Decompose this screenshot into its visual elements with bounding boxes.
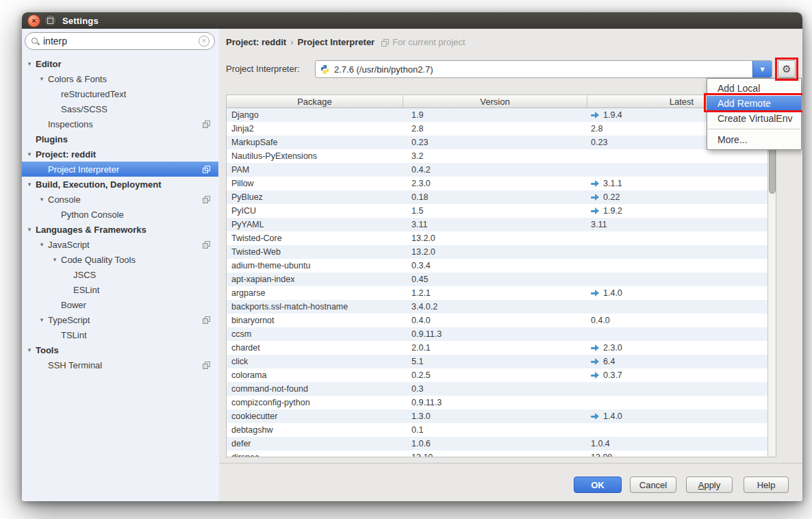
- upgrade-arrow-icon: [591, 207, 600, 214]
- package-latest: 3.11: [587, 220, 776, 229]
- ok-button[interactable]: OK: [574, 477, 622, 493]
- package-latest: 1.4.0: [587, 412, 776, 421]
- sidebar-item-ssh-terminal[interactable]: ▾SSH Terminal: [22, 357, 218, 372]
- expand-triangle-icon[interactable]: ▾: [25, 226, 34, 233]
- sidebar-item-build-execution-deployment[interactable]: ▾Build, Execution, Deployment: [22, 177, 218, 192]
- menu-item-add-local[interactable]: Add Local: [707, 81, 801, 96]
- table-row-dirspec[interactable]: dirspec13.1013.08: [227, 451, 776, 457]
- sidebar-item-label: Tools: [36, 345, 59, 355]
- expand-triangle-icon[interactable]: ▾: [25, 151, 34, 157]
- expand-triangle-icon[interactable]: ▾: [25, 181, 34, 188]
- sidebar-item-eslint[interactable]: ▾ESLint: [22, 282, 218, 297]
- sidebar-item-editor[interactable]: ▾Editor: [22, 56, 218, 71]
- sidebar-item-tools[interactable]: ▾Tools: [22, 342, 218, 357]
- sidebar-item-languages-frameworks[interactable]: ▾Languages & Frameworks: [22, 222, 218, 237]
- package-version: 0.9.11.3: [403, 398, 587, 407]
- menu-item-add-remote[interactable]: Add Remote: [707, 96, 801, 111]
- expand-triangle-icon[interactable]: ▾: [51, 256, 59, 263]
- sidebar-item-label: Sass/SCSS: [61, 104, 107, 114]
- sidebar-item-code-quality-tools[interactable]: ▾Code Quality Tools: [22, 252, 218, 267]
- column-header-package[interactable]: Package: [227, 95, 403, 107]
- table-row-binaryornot[interactable]: binaryornot0.4.00.4.0: [227, 314, 776, 327]
- expand-triangle-icon[interactable]: ▾: [38, 316, 46, 323]
- table-row-adium-theme-ubuntu[interactable]: adium-theme-ubuntu0.3.4: [227, 259, 776, 273]
- expand-triangle-icon[interactable]: ▾: [38, 196, 46, 203]
- table-row-django[interactable]: Django1.91.9.4: [227, 108, 776, 122]
- table-row-ccsm[interactable]: ccsm0.9.11.3: [227, 327, 776, 341]
- sidebar-item-plugins[interactable]: ▾Plugins: [22, 131, 218, 147]
- table-row-pyyaml[interactable]: PyYAML3.113.11: [227, 218, 776, 231]
- sidebar-item-console[interactable]: ▾Console: [22, 192, 218, 207]
- expand-triangle-icon[interactable]: ▾: [38, 241, 46, 248]
- package-latest: 1.0.4: [587, 439, 776, 448]
- expand-triangle-icon[interactable]: ▾: [38, 75, 46, 82]
- package-version: 0.18: [403, 192, 587, 202]
- table-row-cookiecutter[interactable]: cookiecutter1.3.01.4.0: [227, 409, 776, 423]
- sidebar-item-label: Code Quality Tools: [61, 255, 136, 265]
- sidebar-item-label: TSLint: [61, 330, 87, 340]
- table-row-compizconfig-python[interactable]: compizconfig-python0.9.11.3: [227, 396, 776, 409]
- sidebar-item-tslint[interactable]: ▾TSLint: [22, 327, 218, 342]
- table-row-pam[interactable]: PAM0.4.2: [227, 163, 776, 177]
- table-row-chardet[interactable]: chardet2.0.12.3.0: [227, 341, 776, 355]
- menu-item-more[interactable]: More...: [707, 132, 801, 147]
- table-row-markupsafe[interactable]: MarkupSafe0.230.23: [227, 136, 776, 149]
- restore-icon: [47, 18, 53, 24]
- sidebar-item-colors-fonts[interactable]: ▾Colors & Fonts: [22, 71, 218, 86]
- table-row-argparse[interactable]: argparse1.2.11.4.0: [227, 286, 776, 300]
- package-version: 1.5: [403, 206, 587, 216]
- sidebar-item-restructuredtext[interactable]: ▾reStructuredText: [22, 86, 218, 101]
- search-input[interactable]: [43, 36, 199, 47]
- expand-triangle-icon[interactable]: ▾: [25, 60, 34, 67]
- cancel-button[interactable]: Cancel: [630, 477, 676, 493]
- gear-menu: Add LocalAdd RemoteCreate VirtualEnvMore…: [707, 78, 802, 150]
- column-header-version[interactable]: Version: [403, 95, 587, 107]
- sidebar-item-javascript[interactable]: ▾JavaScript: [22, 237, 218, 252]
- sidebar-item-project-reddit[interactable]: ▾Project: reddit: [22, 147, 218, 162]
- table-row-pybluez[interactable]: PyBluez0.180.22: [227, 190, 776, 204]
- sidebar-item-label: Project Interpreter: [48, 164, 119, 175]
- sidebar-item-python-console[interactable]: ▾Python Console: [22, 207, 218, 222]
- table-row-twisted-web[interactable]: Twisted-Web13.2.0: [227, 245, 776, 259]
- latest-version-text: 1.9.4: [603, 110, 622, 120]
- window-titlebar[interactable]: × Settings: [22, 12, 802, 29]
- table-row-pyicu[interactable]: PyICU1.51.9.2: [227, 204, 776, 218]
- table-row-jinja2[interactable]: Jinja22.82.8: [227, 122, 776, 136]
- combobox-dropdown-button[interactable]: ▼: [752, 61, 772, 77]
- window-close-button[interactable]: ×: [27, 14, 40, 27]
- latest-version-text: 0.22: [603, 192, 620, 202]
- table-row-defer[interactable]: defer1.0.61.0.4: [227, 437, 776, 451]
- clear-search-icon[interactable]: [199, 36, 210, 47]
- sidebar-item-project-interpreter[interactable]: ▾Project Interpreter: [22, 162, 218, 177]
- sidebar-item-typescript[interactable]: ▾TypeScript: [22, 312, 218, 327]
- sidebar-item-label: Editor: [36, 59, 62, 69]
- apply-button[interactable]: Apply: [686, 477, 733, 493]
- help-button[interactable]: Help: [744, 477, 789, 493]
- table-row-click[interactable]: click5.16.4: [227, 355, 776, 368]
- interpreter-combobox[interactable]: 2.7.6 (/usr/bin/python2.7) ▼: [315, 60, 772, 78]
- expand-triangle-icon[interactable]: ▾: [25, 346, 34, 353]
- window-restore-button[interactable]: [44, 14, 57, 27]
- sidebar-item-bower[interactable]: ▾Bower: [22, 297, 218, 312]
- sidebar-item-jscs[interactable]: ▾JSCS: [22, 267, 218, 282]
- sidebar-item-sass-scss[interactable]: ▾Sass/SCSS: [22, 101, 218, 116]
- table-row-debtagshw[interactable]: debtagshw0.1: [227, 423, 776, 437]
- menu-item-create-virtualenv[interactable]: Create VirtualEnv: [707, 111, 801, 126]
- table-row-pillow[interactable]: Pillow2.3.03.1.1: [227, 177, 776, 190]
- breadcrumb: Project: reddit › Project Interpreter Fo…: [226, 36, 465, 49]
- table-row-nautilus-pyextensions[interactable]: Nautilus-PyExtensions3.2: [227, 149, 776, 163]
- table-row-twisted-core[interactable]: Twisted-Core13.2.0: [227, 231, 776, 245]
- table-row-colorama[interactable]: colorama0.2.50.3.7: [227, 368, 776, 382]
- settings-search-box[interactable]: [25, 32, 215, 50]
- table-row-apt-xapian-index[interactable]: apt-xapian-index0.45: [227, 273, 776, 286]
- sidebar-item-inspections[interactable]: ▾Inspections: [22, 116, 218, 131]
- table-row-command-not-found[interactable]: command-not-found0.3: [227, 382, 776, 396]
- interpreter-settings-button[interactable]: ⚙: [778, 60, 796, 78]
- package-latest: 0.22: [587, 192, 776, 202]
- package-latest: 6.4: [587, 357, 776, 366]
- package-table-header[interactable]: Package Version Latest: [227, 95, 776, 108]
- sidebar-item-label: Plugins: [36, 134, 68, 144]
- package-name: MarkupSafe: [227, 138, 403, 147]
- table-scrollbar[interactable]: [767, 107, 776, 457]
- table-row-backports-ssl-match-hostname[interactable]: backports.ssl-match-hostname3.4.0.2: [227, 300, 776, 314]
